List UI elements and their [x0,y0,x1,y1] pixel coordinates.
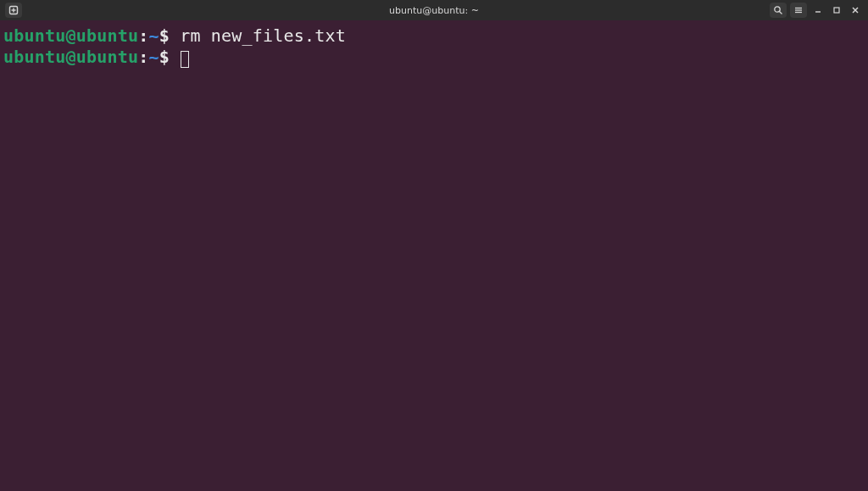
svg-line-4 [780,12,782,14]
svg-rect-9 [834,8,839,13]
terminal-area[interactable]: ubuntu@ubuntu:~$ rm new_files.txtubuntu@… [0,20,868,491]
terminal-line: ubuntu@ubuntu:~$ [3,47,865,68]
prompt-colon: : [138,25,148,46]
prompt-userhost: ubuntu@ubuntu [3,25,138,46]
cursor [181,51,189,68]
prompt-path: ~ [148,25,159,46]
titlebar: ubuntu@ubuntu: ~ [0,0,868,20]
maximize-button[interactable] [829,3,844,18]
command-text: rm new_files.txt [180,25,346,46]
prompt-colon: : [138,47,148,67]
prompt-dollar: $ [159,25,170,46]
window-title: ubuntu@ubuntu: ~ [389,5,479,16]
terminal-line: ubuntu@ubuntu:~$ rm new_files.txt [3,25,865,47]
menu-button[interactable] [790,3,807,18]
search-button[interactable] [770,3,787,18]
prompt-path: ~ [148,47,159,67]
svg-point-3 [775,7,780,12]
close-button[interactable] [848,3,863,18]
prompt-userhost: ubuntu@ubuntu [3,47,138,67]
minimize-button[interactable] [810,3,826,18]
new-tab-button[interactable] [5,3,22,18]
prompt-dollar: $ [159,47,170,67]
